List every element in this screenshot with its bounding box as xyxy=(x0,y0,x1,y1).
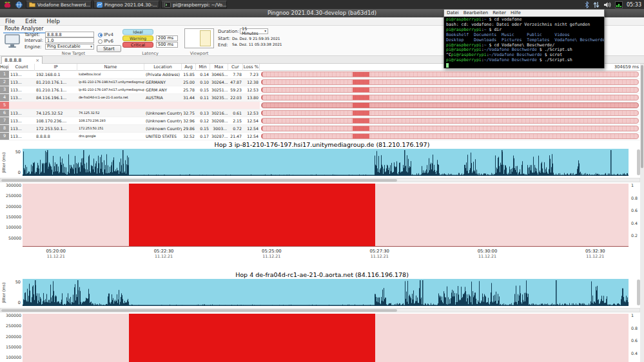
axis-tick: 250000 xyxy=(1,323,21,328)
x-axis-time: 05:27:30 xyxy=(360,249,399,254)
terminal-menu-bar: DateiBearbeitenReiterHilfe xyxy=(444,10,604,17)
axis-tick: 250000 xyxy=(1,193,21,198)
terminal-menu-hilfe[interactable]: Hilfe xyxy=(511,10,521,15)
latency-chart[interactable] xyxy=(23,314,629,362)
taskbar-window-button[interactable]: pi@raspberrypi: ~/Vo... xyxy=(161,1,227,8)
taskbar-window-label: pi@raspberrypi: ~/Vo... xyxy=(173,2,227,8)
axis-tick: 300000 xyxy=(1,183,21,187)
x-axis-time: 05:32:30 xyxy=(576,249,614,254)
bluetooth-icon[interactable] xyxy=(585,0,589,11)
x-axis-time: 05:22:30 xyxy=(144,249,183,254)
scrollbar-handle[interactable] xyxy=(1,309,397,312)
terminal-text: $ dir xyxy=(487,27,502,32)
horizontal-scrollbar[interactable] xyxy=(0,308,640,312)
taskbar-window-button[interactable]: Pingnoo 2021.04.30-... xyxy=(93,1,159,8)
x-axis-date: 11.12.21 xyxy=(576,254,614,258)
terminal-cursor xyxy=(446,63,449,68)
x-axis-date: 11.12.21 xyxy=(144,254,183,258)
x-axis-tick: 05:20:0011.12.21 xyxy=(37,249,75,258)
desktop: Pingnoo 2021.04.30-develop (ba63d1d) Fil… xyxy=(0,0,644,362)
scrollbar-handle[interactable] xyxy=(641,65,643,168)
pingnoo-icon xyxy=(97,2,102,8)
axis-tick: 50000 xyxy=(1,236,21,240)
terminal-line xyxy=(446,63,602,68)
axis-tick: 300000 xyxy=(1,313,21,318)
x-axis-tick: 05:25:0011.12.21 xyxy=(252,249,291,258)
taskbar-window-label: Pingnoo 2021.04.30-... xyxy=(104,2,157,8)
terminal-window[interactable]: DateiBearbeitenReiterHilfe pi@raspberryp… xyxy=(444,9,605,68)
x-axis-date: 11.12.21 xyxy=(468,254,507,258)
volume-icon[interactable] xyxy=(603,0,611,11)
terminal-menu-reiter[interactable]: Reiter xyxy=(493,10,506,15)
axis-tick: 50 xyxy=(9,149,21,155)
terminal-text: Desktop Downloads Pictures Templates Vod… xyxy=(446,37,604,43)
terminal-text: ^C xyxy=(446,52,451,57)
axis-tick: 50 xyxy=(9,280,21,285)
outage-block xyxy=(129,314,376,362)
terminal-output[interactable]: pi@raspberrypi:~ $ cd vodafonebash: cd: … xyxy=(444,17,604,68)
x-axis-time: 05:20:00 xyxy=(37,249,75,254)
axis-tick: 200000 xyxy=(1,204,21,209)
axis-tick: 100000 xyxy=(1,355,21,359)
jitter-chart[interactable] xyxy=(23,149,629,176)
terminal-text: $ ./Script.sh xyxy=(537,57,572,62)
x-axis-tick: 05:22:3011.12.21 xyxy=(144,249,183,258)
jitter-axis-label: Jitter (ms) xyxy=(1,149,8,176)
x-axis-date: 11.12.21 xyxy=(252,254,291,258)
terminal-text: pi@raspberrypi xyxy=(451,52,487,57)
axis-tick: 150000 xyxy=(1,345,21,349)
terminal-text: $ ./Script.sh xyxy=(537,47,572,52)
outage-block xyxy=(129,184,376,247)
terminal-text: $ scrot xyxy=(542,52,562,57)
x-axis-time: 05:30:00 xyxy=(468,249,507,254)
taskbar-window-buttons: Vodafone Beschwerd...Pingnoo 2021.04.30-… xyxy=(26,1,227,8)
taskbar-window-button[interactable]: Vodafone Beschwerd... xyxy=(26,1,92,8)
terminal-line: pi@raspberrypi:~/Vodafone Beschwerde $ .… xyxy=(446,58,602,63)
network-arrows-icon[interactable] xyxy=(593,0,600,11)
terminal-text: $ cd Vodafone\ Beschwerde/ xyxy=(487,43,555,48)
chart-title: Hop 3 ip-81-210-176-197.hsi17.unitymedia… xyxy=(0,141,644,148)
terminal-text: bash: cd: vodafone: Datei oder Verzeichn… xyxy=(446,22,590,27)
terminal-menu-datei[interactable]: Datei xyxy=(447,10,459,15)
axis-tick: 100000 xyxy=(1,225,21,229)
cpu-monitor-icon[interactable] xyxy=(615,1,623,8)
system-tray: 05:33 xyxy=(585,0,641,11)
taskbar: Vodafone Beschwerd...Pingnoo 2021.04.30-… xyxy=(0,0,644,9)
axis-tick: 200000 xyxy=(1,334,21,339)
terminal-text: pi@raspberrypi xyxy=(446,47,482,52)
folder-icon xyxy=(29,2,35,7)
terminal-text: pi@raspberrypi xyxy=(446,17,482,22)
raspberry-menu-icon[interactable] xyxy=(3,1,12,8)
terminal-text: ~/Vodafone Beschwerde xyxy=(484,57,537,62)
x-axis-date: 11.12.21 xyxy=(360,254,399,258)
terminal-text: ~/Vodafone Beschwerde xyxy=(489,52,542,57)
terminal-text: ~/Vodafone Beschwerde xyxy=(484,47,537,52)
web-browser-icon[interactable] xyxy=(14,1,23,8)
latency-chart[interactable] xyxy=(23,184,629,247)
terminal-text: $ cd vodafone xyxy=(487,17,522,22)
terminal-text: pi@raspberrypi xyxy=(446,57,482,62)
x-axis-tick: 05:32:3011.12.21 xyxy=(576,249,614,258)
x-axis-tick: 05:27:3011.12.21 xyxy=(360,249,399,258)
axis-tick: 0 xyxy=(9,300,21,305)
chart-title: Hop 4 de-fra04d-rc1-ae-21-0.aorta.net (8… xyxy=(0,271,644,278)
x-axis-time: 05:25:00 xyxy=(252,249,291,254)
clock[interactable]: 05:33 xyxy=(627,2,641,8)
scrollbar-handle[interactable] xyxy=(1,179,397,182)
jitter-axis-label: Jitter (ms) xyxy=(1,279,8,306)
vertical-scrollbar[interactable] xyxy=(640,64,644,362)
terminal-text: Bookshelf Documents Music Public Videos xyxy=(446,32,570,37)
terminal-text: pi@raspberrypi xyxy=(446,43,482,48)
axis-tick: 150000 xyxy=(1,214,21,219)
x-axis-date: 11.12.21 xyxy=(37,254,75,258)
terminal-icon xyxy=(164,2,171,8)
taskbar-window-label: Vodafone Beschwerd... xyxy=(37,2,90,8)
x-axis-tick: 05:30:0011.12.21 xyxy=(468,249,507,258)
jitter-chart[interactable] xyxy=(23,279,629,306)
horizontal-scrollbar[interactable] xyxy=(0,178,640,182)
terminal-text: pi@raspberrypi xyxy=(446,27,482,32)
terminal-menu-bearbeiten[interactable]: Bearbeiten xyxy=(463,10,488,15)
axis-tick: 0 xyxy=(9,170,21,175)
